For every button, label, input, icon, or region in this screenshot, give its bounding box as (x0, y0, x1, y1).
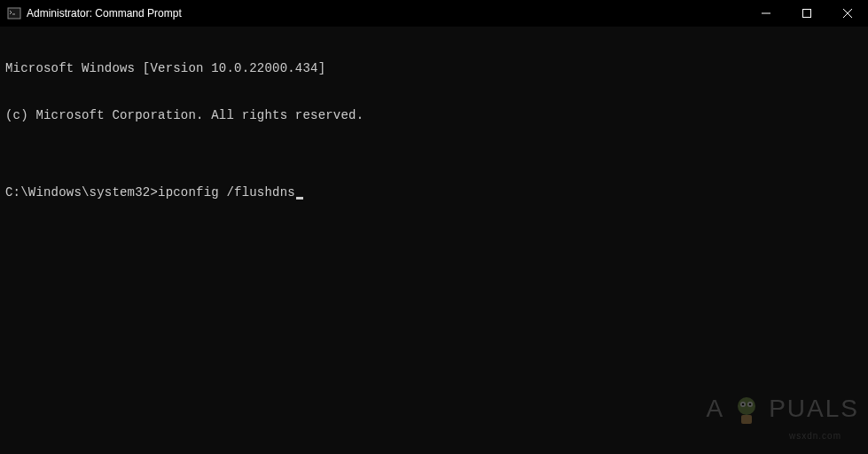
output-line: (c) Microsoft Corporation. All rights re… (5, 108, 863, 124)
cursor (296, 197, 303, 200)
cmd-window: Administrator: Command Prompt Microsoft … (0, 0, 868, 454)
svg-rect-0 (8, 8, 20, 19)
prompt-line: C:\Windows\system32>ipconfig /flushdns (5, 185, 863, 201)
prompt-path: C:\Windows\system32> (5, 185, 158, 201)
typed-command: ipconfig /flushdns (158, 185, 295, 201)
cmd-icon (7, 6, 21, 20)
window-title: Administrator: Command Prompt (27, 7, 182, 20)
minimize-button[interactable] (746, 0, 786, 27)
terminal-body[interactable]: Microsoft Windows [Version 10.0.22000.43… (0, 27, 868, 454)
maximize-button[interactable] (786, 0, 827, 27)
close-button[interactable] (827, 0, 868, 27)
titlebar-left: Administrator: Command Prompt (7, 6, 182, 20)
titlebar-controls (746, 0, 868, 27)
titlebar[interactable]: Administrator: Command Prompt (0, 0, 868, 27)
output-line: Microsoft Windows [Version 10.0.22000.43… (5, 61, 863, 77)
svg-rect-3 (803, 10, 811, 18)
